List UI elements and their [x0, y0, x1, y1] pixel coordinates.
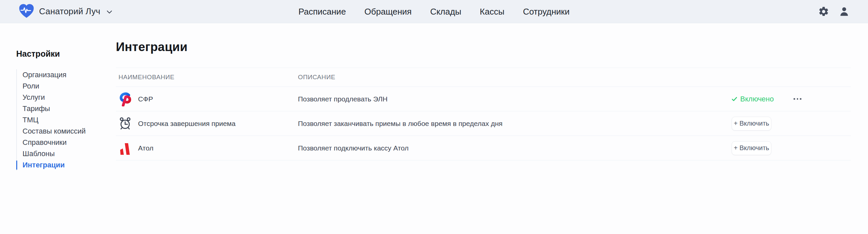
- user-profile-icon[interactable]: [838, 6, 850, 18]
- integration-actions: + Включить: [712, 117, 851, 130]
- sidebar-item-organization[interactable]: Организация: [17, 69, 116, 81]
- integration-name: Отсрочка завершения приема: [138, 120, 236, 127]
- status-badge: Включено: [732, 95, 774, 104]
- table-row-deferral: Отсрочка завершения приема Позволяет зак…: [116, 111, 851, 136]
- integration-name-cell: СФР: [116, 92, 298, 107]
- chevron-down-icon: [106, 9, 112, 15]
- enable-button[interactable]: + Включить: [732, 141, 771, 155]
- nav-item-employees[interactable]: Сотрудники: [523, 7, 570, 17]
- integration-name: Атол: [138, 144, 153, 152]
- integration-name: СФР: [138, 95, 153, 103]
- status-label: Включено: [740, 95, 774, 104]
- topbar: Санаторий Луч Расписание Обращения Склад…: [0, 0, 868, 23]
- check-icon: [732, 95, 737, 104]
- sidebar-item-tmc[interactable]: ТМЦ: [17, 114, 116, 126]
- column-header-name: НАИМЕНОВАНИЕ: [116, 74, 298, 81]
- row-menu-ellipsis-icon[interactable]: [793, 96, 802, 102]
- sidebar-menu: Организация Роли Услуги Тарифы ТМЦ Соста…: [16, 69, 116, 171]
- alarm-clock-icon: [118, 116, 132, 131]
- nav-item-schedule[interactable]: Расписание: [299, 7, 346, 17]
- sidebar-item-templates[interactable]: Шаблоны: [17, 148, 116, 159]
- page-title: Интеграции: [116, 40, 851, 54]
- sidebar-item-services[interactable]: Услуги: [17, 92, 116, 103]
- settings-sidebar: Настройки Организация Роли Услуги Тарифы…: [0, 23, 116, 234]
- integrations-page: Интеграции НАИМЕНОВАНИЕ ОПИСАНИЕ: [116, 23, 868, 234]
- integration-actions: Включено: [712, 95, 851, 104]
- sidebar-title: Настройки: [16, 49, 116, 59]
- settings-gear-icon[interactable]: [818, 6, 830, 18]
- heart-pulse-logo-icon: [18, 3, 35, 20]
- integration-description: Позволяет заканчивать приемы в любое вре…: [298, 120, 712, 127]
- sidebar-item-roles[interactable]: Роли: [17, 81, 116, 92]
- integrations-table: НАИМЕНОВАНИЕ ОПИСАНИЕ: [116, 68, 851, 160]
- column-header-description: ОПИСАНИЕ: [298, 74, 712, 81]
- integration-description: Позволяет подключить кассу Атол: [298, 144, 712, 152]
- nav-item-warehouses[interactable]: Склады: [430, 7, 461, 17]
- nav-item-appeals[interactable]: Обращения: [365, 7, 412, 17]
- sidebar-item-directories[interactable]: Справочники: [17, 137, 116, 148]
- table-header-row: НАИМЕНОВАНИЕ ОПИСАНИЕ: [116, 68, 851, 87]
- integration-name-cell: Отсрочка завершения приема: [116, 116, 298, 131]
- sidebar-item-commissions[interactable]: Составы комиссий: [17, 126, 116, 137]
- integration-actions: + Включить: [712, 141, 851, 155]
- integration-name-cell: Атол: [116, 141, 298, 155]
- sfr-logo-icon: [118, 92, 132, 107]
- table-row-atol: Атол Позволяет подключить кассу Атол + В…: [116, 136, 851, 160]
- enable-button[interactable]: + Включить: [732, 117, 771, 130]
- table-row-sfr: СФР Позволяет продлевать ЭЛН Включено: [116, 87, 851, 111]
- org-switcher[interactable]: Санаторий Луч: [18, 3, 112, 20]
- main-nav: Расписание Обращения Склады Кассы Сотруд…: [299, 0, 570, 23]
- sidebar-item-integrations[interactable]: Интеграции: [17, 159, 116, 171]
- org-name: Санаторий Луч: [39, 6, 100, 17]
- nav-item-cashdesks[interactable]: Кассы: [480, 7, 504, 17]
- sidebar-item-tariffs[interactable]: Тарифы: [17, 103, 116, 114]
- integration-description: Позволяет продлевать ЭЛН: [298, 95, 712, 103]
- atol-logo-icon: [118, 141, 132, 155]
- topbar-actions: [818, 6, 850, 18]
